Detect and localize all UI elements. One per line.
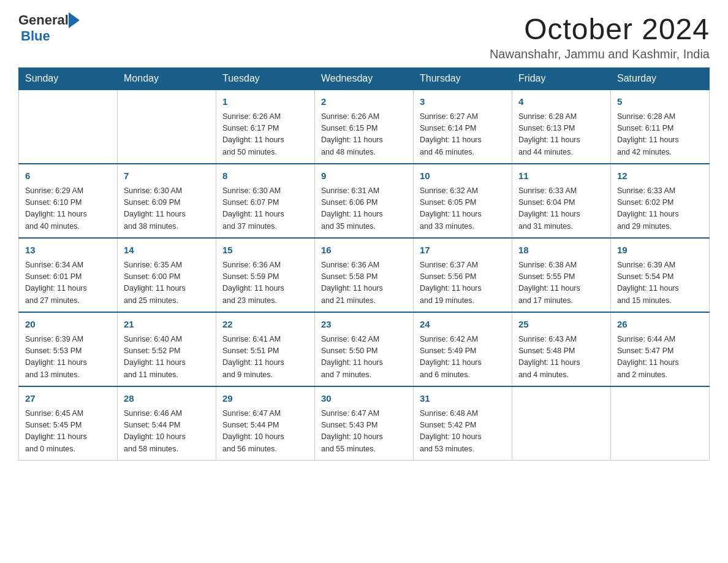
calendar-cell: 16Sunrise: 6:36 AM Sunset: 5:58 PM Dayli…: [315, 238, 414, 312]
calendar-cell: 4Sunrise: 6:28 AM Sunset: 6:13 PM Daylig…: [512, 90, 611, 164]
day-info: Sunrise: 6:44 AM Sunset: 5:47 PM Dayligh…: [617, 334, 703, 381]
day-info: Sunrise: 6:26 AM Sunset: 6:17 PM Dayligh…: [222, 111, 308, 159]
day-info: Sunrise: 6:34 AM Sunset: 6:01 PM Dayligh…: [25, 259, 111, 307]
day-number: 23: [321, 318, 407, 332]
day-number: 31: [420, 392, 506, 406]
month-title: October 2024: [490, 12, 710, 46]
days-header-row: SundayMondayTuesdayWednesdayThursdayFrid…: [19, 68, 710, 90]
day-number: 3: [420, 95, 506, 109]
logo-general: General: [18, 12, 69, 28]
day-info: Sunrise: 6:27 AM Sunset: 6:14 PM Dayligh…: [420, 111, 506, 159]
calendar-cell: 14Sunrise: 6:35 AM Sunset: 6:00 PM Dayli…: [118, 238, 216, 312]
day-number: 17: [420, 243, 506, 258]
day-info: Sunrise: 6:29 AM Sunset: 6:10 PM Dayligh…: [25, 185, 111, 233]
day-number: 12: [617, 169, 703, 183]
calendar-cell: 28Sunrise: 6:46 AM Sunset: 5:44 PM Dayli…: [118, 386, 216, 461]
day-info: Sunrise: 6:26 AM Sunset: 6:15 PM Dayligh…: [321, 111, 407, 159]
calendar-table: SundayMondayTuesdayWednesdayThursdayFrid…: [18, 67, 710, 461]
calendar-cell: 13Sunrise: 6:34 AM Sunset: 6:01 PM Dayli…: [19, 238, 118, 312]
calendar-cell: 20Sunrise: 6:39 AM Sunset: 5:53 PM Dayli…: [19, 312, 118, 386]
day-number: 30: [321, 392, 407, 406]
calendar-cell: 30Sunrise: 6:47 AM Sunset: 5:43 PM Dayli…: [315, 386, 414, 461]
day-info: Sunrise: 6:30 AM Sunset: 6:09 PM Dayligh…: [124, 185, 210, 233]
calendar-cell: 6Sunrise: 6:29 AM Sunset: 6:10 PM Daylig…: [19, 164, 118, 238]
day-number: 7: [124, 169, 210, 183]
calendar-cell: 3Sunrise: 6:27 AM Sunset: 6:14 PM Daylig…: [414, 90, 512, 164]
day-info: Sunrise: 6:36 AM Sunset: 5:58 PM Dayligh…: [321, 259, 407, 307]
calendar-cell: 17Sunrise: 6:37 AM Sunset: 5:56 PM Dayli…: [414, 238, 512, 312]
calendar-cell: 18Sunrise: 6:38 AM Sunset: 5:55 PM Dayli…: [512, 238, 611, 312]
calendar-cell: 12Sunrise: 6:33 AM Sunset: 6:02 PM Dayli…: [611, 164, 710, 238]
day-number: 2: [321, 95, 407, 109]
day-number: 6: [25, 169, 111, 183]
day-number: 20: [25, 318, 111, 332]
day-number: 10: [420, 169, 506, 183]
day-number: 25: [518, 318, 604, 332]
calendar-cell: 21Sunrise: 6:40 AM Sunset: 5:52 PM Dayli…: [118, 312, 216, 386]
calendar-cell: 11Sunrise: 6:33 AM Sunset: 6:04 PM Dayli…: [512, 164, 611, 238]
week-row-2: 6Sunrise: 6:29 AM Sunset: 6:10 PM Daylig…: [19, 164, 710, 238]
day-info: Sunrise: 6:39 AM Sunset: 5:53 PM Dayligh…: [25, 334, 111, 381]
day-number: 9: [321, 169, 407, 183]
calendar-cell: 31Sunrise: 6:48 AM Sunset: 5:42 PM Dayli…: [414, 386, 512, 461]
calendar-cell: [512, 386, 611, 461]
day-header-thursday: Thursday: [414, 68, 512, 90]
day-number: 27: [25, 392, 111, 406]
calendar-cell: 10Sunrise: 6:32 AM Sunset: 6:05 PM Dayli…: [414, 164, 512, 238]
calendar-cell: 26Sunrise: 6:44 AM Sunset: 5:47 PM Dayli…: [611, 312, 710, 386]
calendar-cell: 15Sunrise: 6:36 AM Sunset: 5:59 PM Dayli…: [216, 238, 315, 312]
day-info: Sunrise: 6:43 AM Sunset: 5:48 PM Dayligh…: [518, 334, 604, 381]
day-number: 4: [518, 95, 604, 109]
calendar-cell: 7Sunrise: 6:30 AM Sunset: 6:09 PM Daylig…: [118, 164, 216, 238]
day-number: 11: [518, 169, 604, 183]
day-info: Sunrise: 6:33 AM Sunset: 6:04 PM Dayligh…: [518, 185, 604, 233]
logo-flag-icon: [69, 12, 82, 28]
day-info: Sunrise: 6:36 AM Sunset: 5:59 PM Dayligh…: [222, 259, 308, 307]
day-info: Sunrise: 6:42 AM Sunset: 5:50 PM Dayligh…: [321, 334, 407, 381]
day-number: 1: [222, 95, 308, 109]
day-info: Sunrise: 6:46 AM Sunset: 5:44 PM Dayligh…: [124, 408, 210, 456]
day-info: Sunrise: 6:48 AM Sunset: 5:42 PM Dayligh…: [420, 408, 506, 456]
day-number: 19: [617, 243, 703, 258]
week-row-4: 20Sunrise: 6:39 AM Sunset: 5:53 PM Dayli…: [19, 312, 710, 386]
day-header-friday: Friday: [512, 68, 611, 90]
day-number: 24: [420, 318, 506, 332]
title-block: October 2024 Nawanshahr, Jammu and Kashm…: [490, 12, 710, 61]
day-header-sunday: Sunday: [19, 68, 118, 90]
day-info: Sunrise: 6:38 AM Sunset: 5:55 PM Dayligh…: [518, 259, 604, 307]
calendar-cell: 25Sunrise: 6:43 AM Sunset: 5:48 PM Dayli…: [512, 312, 611, 386]
logo-blue: Blue: [21, 28, 50, 44]
calendar-cell: 5Sunrise: 6:28 AM Sunset: 6:11 PM Daylig…: [611, 90, 710, 164]
calendar-cell: 22Sunrise: 6:41 AM Sunset: 5:51 PM Dayli…: [216, 312, 315, 386]
day-info: Sunrise: 6:41 AM Sunset: 5:51 PM Dayligh…: [222, 334, 308, 381]
day-number: 22: [222, 318, 308, 332]
logo: General Blue: [18, 12, 82, 44]
day-info: Sunrise: 6:30 AM Sunset: 6:07 PM Dayligh…: [222, 185, 308, 233]
day-number: 21: [124, 318, 210, 332]
calendar-cell: 24Sunrise: 6:42 AM Sunset: 5:49 PM Dayli…: [414, 312, 512, 386]
week-row-5: 27Sunrise: 6:45 AM Sunset: 5:45 PM Dayli…: [19, 386, 710, 461]
day-info: Sunrise: 6:37 AM Sunset: 5:56 PM Dayligh…: [420, 259, 506, 307]
svg-marker-0: [69, 12, 80, 28]
week-row-1: 1Sunrise: 6:26 AM Sunset: 6:17 PM Daylig…: [19, 90, 710, 164]
day-number: 26: [617, 318, 703, 332]
day-header-saturday: Saturday: [611, 68, 710, 90]
day-header-monday: Monday: [118, 68, 216, 90]
calendar-cell: 29Sunrise: 6:47 AM Sunset: 5:44 PM Dayli…: [216, 386, 315, 461]
day-info: Sunrise: 6:28 AM Sunset: 6:13 PM Dayligh…: [518, 111, 604, 159]
day-info: Sunrise: 6:32 AM Sunset: 6:05 PM Dayligh…: [420, 185, 506, 233]
page-header: General Blue October 2024 Nawanshahr, Ja…: [18, 12, 710, 61]
calendar-cell: 9Sunrise: 6:31 AM Sunset: 6:06 PM Daylig…: [315, 164, 414, 238]
calendar-cell: [19, 90, 118, 164]
day-info: Sunrise: 6:42 AM Sunset: 5:49 PM Dayligh…: [420, 334, 506, 381]
day-number: 14: [124, 243, 210, 258]
calendar-cell: [118, 90, 216, 164]
day-header-wednesday: Wednesday: [315, 68, 414, 90]
day-number: 15: [222, 243, 308, 258]
day-info: Sunrise: 6:47 AM Sunset: 5:43 PM Dayligh…: [321, 408, 407, 456]
day-info: Sunrise: 6:45 AM Sunset: 5:45 PM Dayligh…: [25, 408, 111, 456]
calendar-cell: [611, 386, 710, 461]
calendar-cell: 27Sunrise: 6:45 AM Sunset: 5:45 PM Dayli…: [19, 386, 118, 461]
location-title: Nawanshahr, Jammu and Kashmir, India: [490, 47, 710, 61]
day-info: Sunrise: 6:39 AM Sunset: 5:54 PM Dayligh…: [617, 259, 703, 307]
